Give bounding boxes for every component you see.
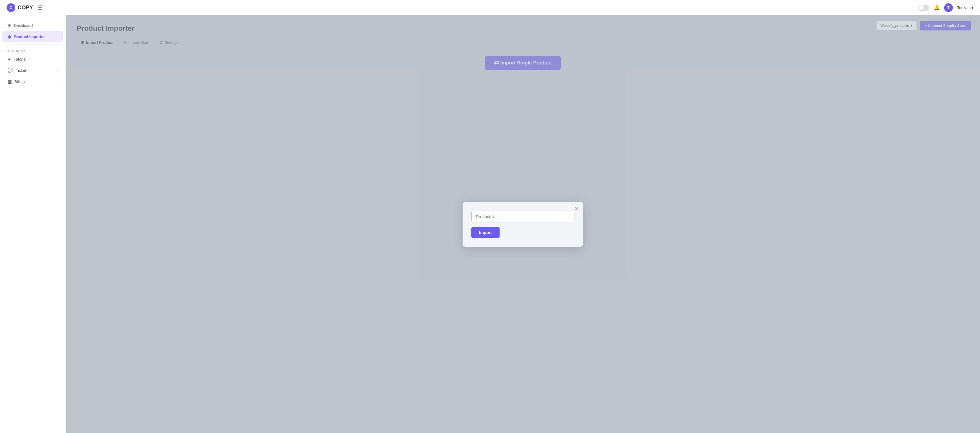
billing-icon: ▦: [8, 79, 12, 84]
layout: ⊞ Dashboard ◈ Product Importer RETURN TO…: [0, 15, 980, 433]
dashboard-icon: ⊞: [8, 23, 11, 28]
sidebar-item-tutorial[interactable]: ◈ Tutorial: [2, 54, 63, 64]
toggle-knob: [919, 5, 924, 10]
sidebar-item-label: Billing: [14, 80, 25, 84]
topnav-left: C COPY ☰: [6, 3, 43, 12]
logo: C COPY: [6, 3, 33, 12]
chevron-right-icon: ›: [57, 69, 58, 72]
product-url-input[interactable]: [471, 211, 574, 222]
topnav-right: 🔔 T Touzani ▾: [918, 3, 974, 12]
modal-import-button[interactable]: Import: [471, 227, 500, 238]
modal-close-button[interactable]: ✕: [575, 206, 579, 212]
ticket-icon: 💬: [8, 68, 13, 73]
bell-icon[interactable]: 🔔: [934, 5, 940, 11]
product-importer-icon: ◈: [8, 34, 11, 39]
main-content: Weenify_products ▾ + Connect Shopify Sto…: [66, 15, 980, 433]
sidebar: ⊞ Dashboard ◈ Product Importer RETURN TO…: [0, 15, 66, 433]
hamburger-menu-icon[interactable]: ☰: [38, 5, 43, 11]
modal-overlay: ✕ Import: [66, 15, 980, 433]
logo-icon: C: [6, 3, 15, 12]
return-to-label: RETURN TO: [0, 47, 65, 53]
sidebar-item-label: Ticket: [16, 68, 26, 73]
sidebar-item-label: Dashboard: [14, 23, 33, 28]
main-inner: Product Importer ⊞ Import Product ◎ Impo…: [66, 15, 980, 90]
sidebar-item-dashboard[interactable]: ⊞ Dashboard: [2, 20, 63, 31]
logo-initial: C: [10, 5, 12, 10]
chevron-down-icon: ▾: [972, 5, 974, 10]
user-initial: T: [947, 5, 950, 10]
toggle-switch[interactable]: [918, 5, 929, 11]
sidebar-item-product-importer[interactable]: ◈ Product Importer: [2, 31, 63, 42]
chevron-right-icon: ›: [57, 80, 58, 83]
tutorial-icon: ◈: [8, 56, 11, 62]
modal: ✕ Import: [463, 202, 583, 247]
topnav: C COPY ☰ 🔔 T Touzani ▾: [0, 0, 980, 15]
sidebar-item-billing[interactable]: ▦ Billing ›: [2, 76, 63, 87]
sidebar-item-label: Tutorial: [14, 57, 26, 61]
avatar: T: [944, 3, 953, 12]
sidebar-item-label: Product Importer: [14, 35, 45, 39]
sidebar-item-ticket[interactable]: 💬 Ticket ›: [2, 65, 63, 76]
logo-text: COPY: [18, 5, 33, 11]
user-name[interactable]: Touzani ▾: [957, 5, 974, 10]
